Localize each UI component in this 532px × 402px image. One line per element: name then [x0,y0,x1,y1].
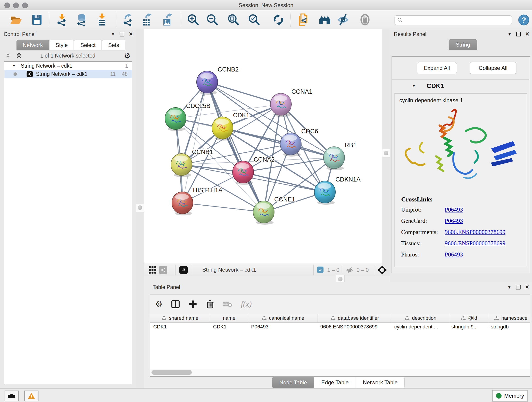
table-cell[interactable]: CDK1 [150,323,210,331]
panel-close-icon[interactable]: ✕ [129,32,133,37]
table-cell[interactable]: stringdb [488,323,530,331]
column-header-namespace[interactable]: namespace [489,314,530,322]
cloud-button[interactable] [5,390,19,401]
toolbar-separator [116,13,116,27]
network-node-CCNA1[interactable]: CCNA1 [270,88,312,117]
export-network-icon[interactable] [121,13,134,26]
network-canvas[interactable]: CCNB2CCNA1CDC25BCDK1CDC6RB1CCNB1CCNA2CDK… [144,29,382,264]
status-bar: Memory [0,388,532,402]
zoom-fit-icon[interactable] [227,13,240,26]
network-edge[interactable] [182,203,264,212]
selected-nodes-checkbox[interactable] [317,267,323,273]
network-collection-row[interactable]: ▼ String Network – cdk1 1 [4,62,132,70]
warnings-button[interactable] [24,390,38,401]
birdseye-navigation-icon[interactable] [378,265,387,274]
memory-button[interactable]: Memory [492,390,528,402]
zoom-out-icon[interactable] [206,13,219,26]
table-tabs: Node TableEdge TableNetwork Table [272,377,405,388]
panel-float-icon[interactable] [120,32,124,36]
panel-close-icon[interactable]: ✕ [525,285,529,290]
left-splitter[interactable] [136,29,144,388]
entry-collapse-icon[interactable]: ▼ [412,84,416,88]
expand-all-button[interactable]: Expand All [417,62,457,74]
crosslink-label: GeneCard: [401,217,445,224]
network-edge[interactable] [207,82,281,104]
column-header-description[interactable]: description [392,314,449,322]
open-session-icon[interactable] [10,13,22,26]
table-panel: Table Panel ▼ ✕ ⚙ f(x) shared namenameca… [144,282,532,388]
column-header-canonical-name[interactable]: canonical name [248,314,318,322]
crosslink-link[interactable]: P06493 [445,206,463,213]
grid-view-icon[interactable] [148,266,157,274]
panel-close-icon[interactable]: ✕ [525,32,530,37]
table-cell[interactable]: CDK1 [210,323,248,331]
panel-menu-icon[interactable]: ▼ [507,285,511,289]
table-cell[interactable]: cyclin-dependent ... [391,323,448,331]
first-neighbors-icon[interactable] [318,13,331,26]
table-cell[interactable]: P06493 [248,323,317,331]
panel-menu-icon[interactable]: ▼ [111,32,115,36]
collapse-all-button[interactable]: Collapse All [470,62,516,74]
tab-string[interactable]: String [449,39,477,50]
crosslink-link[interactable]: P06493 [445,251,463,258]
network-share-view-icon[interactable] [159,266,167,274]
show-columns-icon[interactable] [171,300,180,309]
tab-edge-table[interactable]: Edge Table [314,377,356,388]
tab-select[interactable]: Select [74,40,102,51]
crosslink-label: Pharos: [401,251,445,258]
panel-menu-icon[interactable]: ▼ [508,32,512,36]
left-splitter-grip[interactable] [136,203,144,212]
network-collection-label: String Network – cdk1 [21,63,72,69]
tab-network-table[interactable]: Network Table [356,377,405,388]
right-splitter-grip[interactable] [382,149,390,157]
update-network-icon[interactable] [272,13,285,26]
new-network-from-selection-icon[interactable] [298,13,310,26]
search-input[interactable] [394,15,512,25]
network-node-CCNE1[interactable]: CCNE1 [253,196,295,225]
import-network-icon[interactable] [56,13,68,26]
tab-sets[interactable]: Sets [102,40,125,51]
crosslink-link[interactable]: 9606.ENSP00000378699 [445,229,505,236]
table-cell[interactable]: 9606.ENSP00000378699 [317,323,391,331]
zoom-selected-icon[interactable] [248,13,260,26]
save-session-icon[interactable] [31,13,43,26]
show-all-icon[interactable] [359,13,371,26]
delete-column-icon[interactable] [206,300,214,309]
column-header--id[interactable]: @id [449,314,489,322]
export-table-icon[interactable] [141,13,153,26]
network-row[interactable]: String Network – cdk1 11 48 [4,70,132,78]
zoom-in-icon[interactable] [187,13,199,26]
tab-network[interactable]: Network [17,40,49,51]
right-splitter[interactable] [382,29,390,276]
tree-expand-icon[interactable]: ▼ [12,64,16,68]
node-table[interactable]: shared namenamecanonical namedatabase id… [150,314,530,369]
hide-selected-icon[interactable] [337,13,349,26]
column-header-shared-name[interactable]: shared name [150,314,210,322]
import-table-icon[interactable] [96,13,108,26]
crosslink-link[interactable]: 9606.ENSP00000378699 [445,240,505,247]
table-hscrollbar-thumb[interactable] [152,370,192,375]
add-column-icon[interactable] [189,300,197,308]
tab-style[interactable]: Style [49,40,74,51]
network-edge[interactable] [182,82,207,203]
tab-node-table[interactable]: Node Table [272,377,314,388]
network-node-CCNB1[interactable]: CCNB1 [171,148,213,177]
column-header-label: name [223,315,235,321]
import-network-from-database-icon[interactable] [75,13,88,26]
help-icon[interactable]: ? [518,14,529,26]
column-header-database-identifier[interactable]: database identifier [318,314,392,322]
panel-float-icon[interactable] [516,285,520,289]
detach-view-icon[interactable] [179,266,188,274]
network-node-RB1[interactable]: RB1 [323,142,357,170]
table-cell[interactable]: stringdb:9... [448,323,488,331]
column-header-name[interactable]: name [210,314,248,322]
table-row[interactable]: CDK1CDK1P064939606.ENSP00000378699cyclin… [150,323,530,331]
panel-float-icon[interactable] [516,32,521,36]
network-options-gear-icon[interactable]: ⚙ [124,51,131,60]
table-options-gear-icon[interactable]: ⚙ [155,299,162,309]
network-node-CDKN1A[interactable]: CDKN1A [314,176,361,205]
crosslink-link[interactable]: P06493 [445,217,463,224]
export-image-icon[interactable] [161,13,173,26]
table-hscrollbar[interactable] [150,369,530,376]
network-node-HIST1H1A[interactable]: HIST1H1A [172,187,222,216]
